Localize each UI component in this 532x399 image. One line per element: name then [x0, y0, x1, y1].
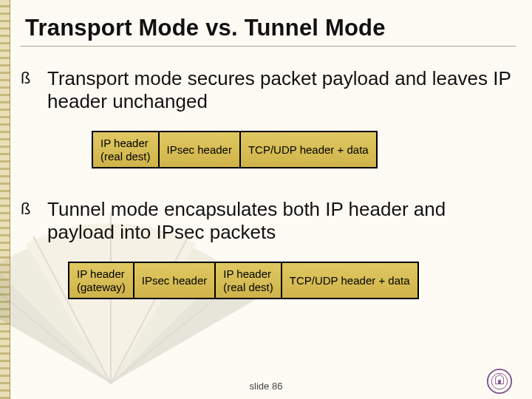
university-seal-icon	[486, 368, 513, 395]
bullet-2-text: Tunnel mode encapsulates both IP header …	[47, 198, 516, 244]
bullet-1: ß Transport mode secures packet payload …	[21, 67, 516, 113]
title-rule	[21, 46, 516, 47]
cell-line: TCP/UDP header + data	[290, 274, 410, 287]
cell-line: TCP/UDP header + data	[248, 143, 369, 156]
cell-line: (real dest)	[100, 150, 151, 163]
cell-line: IPsec header	[142, 274, 207, 287]
cell-line: IP header	[100, 137, 151, 149]
transport-cell-ip-header: IP header (real dest)	[92, 131, 160, 168]
cell-line: IP header	[77, 267, 126, 280]
bullet-icon: ß	[21, 201, 35, 244]
slide-title: Transport Mode vs. Tunnel Mode	[25, 15, 516, 41]
svg-rect-7	[498, 380, 501, 383]
bullet-icon: ß	[21, 70, 35, 113]
cell-line: (gateway)	[77, 281, 126, 293]
tunnel-cell-payload: TCP/UDP header + data	[282, 262, 419, 299]
bullet-1-text: Transport mode secures packet payload an…	[47, 67, 516, 113]
transport-cell-payload: TCP/UDP header + data	[241, 131, 378, 168]
cell-line: (real dest)	[223, 281, 273, 293]
tunnel-cell-inner-ip-header: IP header (real dest)	[216, 262, 282, 299]
transport-cell-ipsec-header: IPsec header	[160, 131, 241, 168]
tunnel-cell-outer-ip-header: IP header (gateway)	[68, 262, 134, 299]
cell-line: IPsec header	[167, 143, 232, 156]
slide-number: slide 86	[0, 381, 532, 392]
cell-line: IP header	[223, 267, 273, 280]
transport-mode-diagram: IP header (real dest) IPsec header TCP/U…	[92, 131, 516, 168]
bullet-2: ß Tunnel mode encapsulates both IP heade…	[21, 198, 516, 244]
slide-content: Transport Mode vs. Tunnel Mode ß Transpo…	[0, 0, 532, 299]
tunnel-mode-diagram: IP header (gateway) IPsec header IP head…	[68, 262, 516, 299]
tunnel-cell-ipsec-header: IPsec header	[134, 262, 216, 299]
